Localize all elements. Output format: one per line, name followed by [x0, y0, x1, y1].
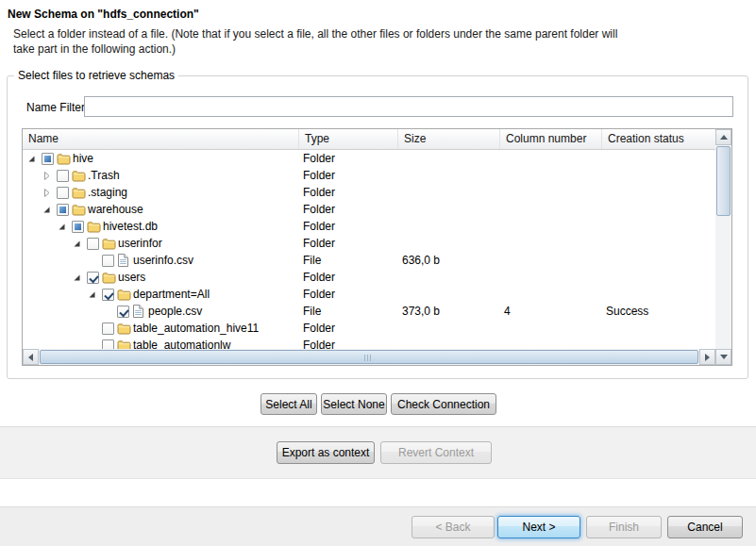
- table-row[interactable]: hiveFolder: [23, 150, 715, 167]
- row-checkbox[interactable]: [102, 289, 114, 301]
- tree-indent: [26, 311, 102, 312]
- row-checkbox[interactable]: [117, 306, 129, 318]
- table-row[interactable]: userinforFolder: [23, 235, 715, 252]
- scroll-up-button[interactable]: [715, 129, 731, 145]
- table-header: NameTypeSizeColumn numberCreation status: [23, 129, 715, 150]
- tree-indent: [26, 345, 87, 346]
- column-header-size[interactable]: Size: [398, 129, 500, 149]
- type-cell: Folder: [299, 185, 398, 201]
- row-checkbox[interactable]: [42, 153, 54, 165]
- name-cell: table_automationlw: [23, 338, 299, 350]
- type-cell: Folder: [299, 338, 398, 350]
- vertical-scrollbar[interactable]: [715, 129, 731, 365]
- check-connection-button[interactable]: Check Connection: [391, 393, 496, 415]
- scroll-up-icon: [720, 135, 728, 140]
- row-checkbox[interactable]: [57, 187, 69, 199]
- row-checkbox[interactable]: [87, 272, 99, 284]
- table-row[interactable]: table_automationlwFolder: [23, 337, 715, 349]
- table-row[interactable]: .stagingFolder: [23, 184, 715, 201]
- scroll-left-icon: [28, 354, 33, 361]
- select-none-button[interactable]: Select None: [321, 393, 387, 415]
- row-checkbox[interactable]: [102, 255, 114, 267]
- name-cell: users: [23, 270, 299, 286]
- row-checkbox[interactable]: [87, 238, 99, 250]
- folder-icon: [72, 187, 88, 199]
- expand-arrow-icon[interactable]: [42, 188, 57, 198]
- row-name-label: .Trash: [88, 168, 120, 184]
- table-row[interactable]: userinfo.csvFile636,0 b: [23, 252, 715, 269]
- column-header-type[interactable]: Type: [299, 129, 398, 149]
- folder-icon: [87, 221, 103, 233]
- column-header-column-number[interactable]: Column number: [500, 129, 602, 149]
- row-checkbox[interactable]: [72, 221, 84, 233]
- context-band: [0, 426, 756, 479]
- name-cell: hivetest.db: [23, 219, 299, 235]
- row-name-label: department=All: [133, 287, 210, 303]
- back-button[interactable]: < Back: [412, 516, 495, 538]
- row-checkbox[interactable]: [57, 204, 69, 216]
- folder-icon: [102, 238, 118, 250]
- name-cell: department=All: [23, 287, 299, 303]
- name-cell: hive: [23, 151, 299, 167]
- name-cell: table_automation_hive11: [23, 321, 299, 337]
- export-as-context-button[interactable]: Export as context: [277, 441, 375, 464]
- scroll-down-button[interactable]: [715, 349, 731, 365]
- table-row[interactable]: usersFolder: [23, 269, 715, 286]
- revert-context-button[interactable]: Revert Context: [380, 441, 492, 464]
- name-cell: userinfo.csv: [23, 253, 299, 269]
- row-name-label: userinfo.csv: [133, 253, 193, 269]
- collapse-arrow-icon[interactable]: [72, 239, 87, 249]
- group-title: Select files to retrieve schemas: [14, 69, 178, 82]
- row-checkbox[interactable]: [102, 323, 114, 335]
- horizontal-scroll-thumb[interactable]: [40, 350, 698, 364]
- row-checkbox[interactable]: [102, 339, 114, 350]
- tree-indent: [26, 294, 87, 295]
- scroll-left-button[interactable]: [23, 349, 39, 365]
- folder-icon: [72, 170, 88, 182]
- next-button[interactable]: Next >: [497, 516, 580, 538]
- folder-icon: [117, 323, 133, 335]
- dialog-description: Select a folder instead of a file. (Note…: [13, 26, 617, 57]
- expand-arrow-icon[interactable]: [42, 171, 57, 181]
- table-row[interactable]: department=AllFolder: [23, 286, 715, 303]
- tree-indent: [26, 328, 87, 329]
- vertical-scroll-thumb[interactable]: [716, 146, 731, 216]
- table-row[interactable]: warehouseFolder: [23, 201, 715, 218]
- size-cell: 373,0 b: [398, 304, 500, 320]
- dialog-title: New Schema on "hdfs_connection": [8, 8, 199, 21]
- finish-button[interactable]: Finish: [586, 516, 662, 538]
- type-cell: Folder: [299, 236, 398, 252]
- schema-tree-table: NameTypeSizeColumn numberCreation status…: [22, 128, 732, 366]
- collapse-arrow-icon[interactable]: [26, 154, 42, 164]
- collapse-arrow-icon[interactable]: [87, 290, 102, 300]
- collapse-arrow-icon[interactable]: [72, 273, 87, 283]
- table-row[interactable]: hivetest.dbFolder: [23, 218, 715, 235]
- name-cell: userinfor: [23, 236, 299, 252]
- file-icon: [117, 254, 133, 267]
- row-name-label: userinfor: [118, 236, 162, 252]
- description-line-2: take part in the following action.): [13, 41, 617, 57]
- table-row[interactable]: table_automation_hive11Folder: [23, 320, 715, 337]
- collapse-arrow-icon[interactable]: [42, 205, 57, 215]
- row-checkbox[interactable]: [57, 170, 69, 182]
- name-filter-input[interactable]: [84, 96, 733, 117]
- select-all-button[interactable]: Select All: [260, 393, 317, 415]
- name-cell: .staging: [23, 185, 299, 201]
- column-header-name[interactable]: Name: [23, 129, 299, 149]
- horizontal-scrollbar[interactable]: [23, 349, 715, 365]
- cancel-button[interactable]: Cancel: [667, 516, 743, 538]
- tree-indent: [26, 192, 42, 193]
- collapse-arrow-icon[interactable]: [57, 222, 72, 232]
- tree-indent: [26, 209, 42, 210]
- scroll-right-button[interactable]: [699, 349, 715, 365]
- description-line-1: Select a folder instead of a file. (Note…: [13, 26, 617, 41]
- tree-indent: [26, 260, 87, 261]
- tree-indent: [26, 226, 57, 227]
- file-icon: [132, 305, 148, 318]
- folder-icon: [117, 289, 133, 301]
- folder-icon: [102, 272, 118, 284]
- column-header-creation-status[interactable]: Creation status: [602, 129, 715, 149]
- tree-indent: [26, 175, 42, 176]
- table-row[interactable]: people.csvFile373,0 b4Success: [23, 303, 715, 320]
- table-row[interactable]: .TrashFolder: [23, 167, 715, 184]
